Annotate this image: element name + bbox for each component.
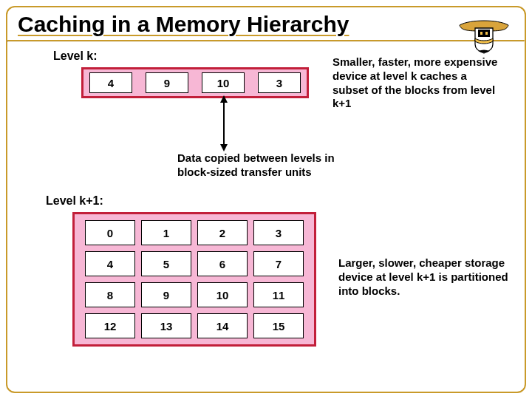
level-k-annotation: Smaller, faster, more expensive device a… bbox=[332, 55, 502, 111]
transfer-arrow-icon bbox=[218, 95, 230, 151]
page-title: Caching in a Memory Hierarchy bbox=[18, 12, 514, 37]
block-cell: 3 bbox=[253, 220, 304, 245]
block-cell: 4 bbox=[89, 72, 132, 93]
title-bar: Caching in a Memory Hierarchy bbox=[7, 7, 525, 40]
slide: Caching in a Memory Hierarchy Level k: 4… bbox=[0, 0, 532, 399]
block-cell: 12 bbox=[85, 313, 135, 338]
transfer-annotation: Data copied between levels in block-size… bbox=[177, 151, 369, 180]
block-cell: 9 bbox=[146, 72, 188, 93]
level-k1-annotation: Larger, slower, cheaper storage device a… bbox=[338, 256, 513, 298]
slide-frame: Caching in a Memory Hierarchy Level k: 4… bbox=[6, 6, 526, 393]
block-cell: 3 bbox=[258, 72, 301, 93]
svg-marker-4 bbox=[220, 95, 228, 103]
content-area: Level k: 4 9 10 3 Smaller, faster, more … bbox=[7, 42, 525, 373]
level-k1-grid: 0 1 2 3 4 5 6 7 8 9 10 11 12 13 14 15 bbox=[72, 212, 316, 347]
block-cell: 14 bbox=[197, 313, 248, 338]
block-cell: 15 bbox=[253, 313, 304, 338]
block-cell: 6 bbox=[197, 251, 248, 276]
block-cell: 0 bbox=[85, 220, 135, 245]
block-cell: 9 bbox=[141, 282, 191, 307]
block-cell: 7 bbox=[253, 251, 304, 276]
block-cell: 1 bbox=[141, 220, 191, 245]
svg-rect-1 bbox=[480, 32, 482, 35]
block-cell: 4 bbox=[85, 251, 135, 276]
block-cell: 11 bbox=[253, 282, 304, 307]
block-cell: 2 bbox=[197, 220, 248, 245]
level-k1-label: Level k+1: bbox=[46, 194, 103, 208]
block-cell: 10 bbox=[197, 282, 248, 307]
svg-rect-0 bbox=[478, 30, 490, 37]
block-cell: 13 bbox=[141, 313, 191, 338]
block-cell: 5 bbox=[141, 251, 191, 276]
svg-rect-2 bbox=[485, 32, 488, 35]
level-k-row: 4 9 10 3 bbox=[81, 67, 309, 98]
svg-marker-5 bbox=[220, 144, 228, 151]
block-cell: 10 bbox=[202, 72, 245, 93]
level-k-label: Level k: bbox=[53, 50, 98, 63]
block-cell: 8 bbox=[85, 282, 135, 307]
